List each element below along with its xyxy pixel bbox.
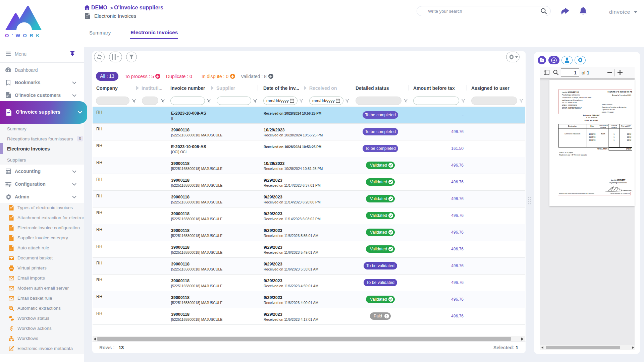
svg-text:O'WORK: O'WORK (5, 33, 42, 38)
